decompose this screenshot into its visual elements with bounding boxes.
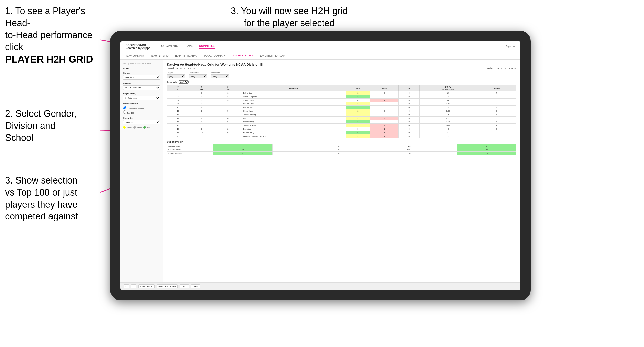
cell-diff: -0.94 [420, 124, 477, 127]
table-row: 18 2 2 Euna Lee 0 1 0 -5 2 [167, 127, 516, 131]
sub-nav-team-h2h-heatmap[interactable]: TEAM H2H HEATMAP [175, 55, 198, 57]
player-label: Player [123, 67, 160, 69]
cell-opponent: Heejo Hyun [242, 109, 346, 113]
colour-label: Colour by [123, 117, 160, 119]
main-content: Last Updated: 27/03/2024 16:55:38 Player… [120, 60, 520, 282]
conference-select[interactable]: (All) [189, 74, 207, 78]
out-of-div-row: NAIA Division 1 15 0 0 9.267 30 [167, 148, 516, 152]
undo-button[interactable]: ↩ [124, 284, 129, 288]
data-table: #Div #Reg #Conf Opponent Win Loss Tie Di… [167, 85, 516, 138]
cell-diff: 9.267 [361, 148, 457, 152]
cell-tie: 0 [399, 99, 420, 102]
opponent-select[interactable]: (All) [211, 74, 229, 78]
cell-loss: 0 [272, 144, 317, 148]
cell-tie: 0 [317, 148, 361, 152]
radio-opponents-played[interactable]: Opponents Played [123, 106, 160, 110]
cell-div: 4 [167, 91, 189, 95]
cell-rounds: 6 [477, 134, 516, 138]
cell-reg: 6 [189, 106, 214, 109]
cell-win: 1 [213, 144, 273, 148]
table-row: 19 10 6 Emily Chang 4 1 0 0.3 11 [167, 131, 516, 134]
out-of-division-label: Out of division [167, 141, 516, 143]
radio-top100-input[interactable] [123, 110, 126, 114]
cell-reg: 2 [189, 109, 214, 113]
cell-div: 20 [167, 134, 189, 138]
save-custom-button[interactable]: Save Custom View [157, 284, 177, 288]
cell-diff: 1.33 [420, 134, 477, 138]
watch-button[interactable]: Watch [180, 284, 189, 288]
opponents-select[interactable]: (All) [179, 80, 189, 84]
cell-opponent: Federica Domecq Lacroze [242, 134, 346, 138]
view-original-button[interactable]: View: Original [138, 284, 155, 288]
cell-diff: -3 [420, 113, 477, 117]
nav-committee[interactable]: COMMITTEE [199, 45, 215, 49]
sign-out[interactable]: Sign out [506, 45, 515, 48]
cell-loss: 0 [370, 91, 399, 95]
nav-tournaments[interactable]: TOURNAMENTS [158, 45, 178, 49]
radio-opponents-played-input[interactable] [123, 106, 126, 109]
cell-reg: 10 [189, 131, 214, 134]
cell-label: NCAA Division 2 [167, 152, 213, 155]
cell-diff: 7.4 [361, 152, 457, 155]
radio-top100[interactable]: Top 100 [123, 110, 160, 114]
cell-tie: 0 [317, 144, 361, 148]
cell-conf: 1 [214, 91, 242, 95]
cell-div: 9 [167, 102, 189, 106]
nav-teams[interactable]: TEAMS [184, 45, 193, 49]
out-of-division-table: Foreign Team 1 0 0 4.5 2 NAIA Division 1… [167, 144, 516, 155]
instruction-mid-left: 2. Select Gender,Division andSchool [5, 108, 76, 144]
cell-win: 1 [346, 109, 370, 113]
cell-rounds: 9 [477, 117, 516, 120]
share-button[interactable]: Share [191, 284, 200, 288]
col-rounds: Rounds [477, 85, 516, 91]
cell-reg: 7 [189, 117, 214, 120]
cell-win: 2 [346, 134, 370, 138]
player-rank-section: Player (Rank) 8. Katelyn Vo [123, 92, 160, 100]
cell-diff: 3.33 [420, 109, 477, 113]
sub-nav-player-h2h-grid[interactable]: PLAYER H2H GRID [232, 54, 253, 57]
player-rank-select[interactable]: 8. Katelyn Vo [123, 96, 160, 100]
instruction-bottom-left: 3. Show selectionvs Top 100 or justplaye… [5, 175, 78, 223]
col-win: Win [346, 85, 370, 91]
table-row: 14 7 4 Eunice Yi 2 2 0 0.38 9 [167, 117, 516, 120]
cell-reg: 1 [189, 102, 214, 106]
redo-button[interactable]: ↪ [131, 284, 136, 288]
colour-select[interactable]: Win/loss [123, 120, 160, 124]
cell-win: 2 [346, 106, 370, 109]
cell-loss: 1 [370, 131, 399, 134]
gender-select[interactable]: Women's [123, 75, 160, 80]
cell-div: 18 [167, 127, 189, 131]
cell-loss: 0 [370, 120, 399, 124]
legend: Down Level Up [123, 126, 160, 129]
cell-win: 15 [213, 148, 273, 152]
cell-conf: 3 [214, 106, 242, 109]
cell-reg: 1 [189, 113, 214, 117]
cell-win: 1 [346, 95, 370, 99]
cell-loss: 0 [272, 152, 317, 155]
sub-nav-team-summary[interactable]: TEAM SUMMARY [126, 55, 144, 57]
cell-opponent: Sharon Mun [242, 102, 346, 106]
cell-tie: 0 [399, 113, 420, 117]
table-row: 10 6 3 Andrea York 2 0 0 4 4 [167, 106, 516, 109]
cell-label: Foreign Team [167, 144, 213, 148]
cell-loss: 2 [370, 117, 399, 120]
cell-rounds: 2 [457, 144, 516, 148]
table-row: 13 1 1 Jessica Huang 1 0 0 -3 2 [167, 113, 516, 117]
filters-row: Region (All) Conference (All) Opponent (… [167, 72, 516, 78]
cell-conf: 7 [214, 134, 242, 138]
cell-reg: 2 [189, 127, 214, 131]
sub-nav-player-summary[interactable]: PLAYER SUMMARY [204, 55, 226, 57]
cell-tie: 0 [399, 134, 420, 138]
cell-label: NAIA Division 1 [167, 148, 213, 152]
cell-reg: 1 [189, 124, 214, 127]
region-select[interactable]: (All) [167, 74, 185, 78]
col-div: #Div [167, 85, 189, 91]
sub-nav-player-h2h-heatmap[interactable]: PLAYER H2H HEATMAP [259, 55, 285, 57]
sub-nav-team-h2h-grid[interactable]: TEAM H2H GRID [150, 55, 169, 57]
opponent-label: Opponent [211, 72, 229, 74]
cell-conf: 2 [214, 95, 242, 99]
cell-rounds: 30 [457, 148, 516, 152]
instruction-top-right: 3. You will now see H2H gridfor the play… [231, 5, 348, 29]
division-select[interactable]: NCAA Division III [123, 85, 160, 90]
gender-section: Gender Women's [123, 72, 160, 80]
